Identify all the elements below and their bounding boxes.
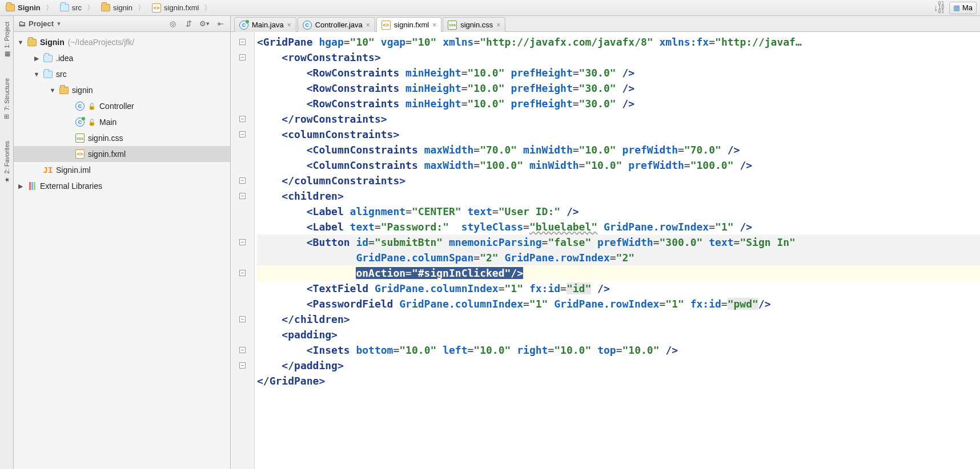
breadcrumb-label: signin [113,3,132,12]
tree-twisty[interactable]: ▶ [33,55,40,62]
window-switcher-button[interactable]: ▦ Ma [949,2,977,14]
close-icon[interactable]: × [366,21,370,29]
hide-panel-button[interactable]: ⇤ [214,18,227,30]
gear-button[interactable]: ⚙▾ [198,18,211,30]
tool-window-button[interactable]: ★2: Favorites [2,138,11,187]
tab-label: signin.css [460,21,493,29]
breadcrumb-item[interactable]: src [58,2,99,14]
breadcrumb-label: signin.fxml [164,3,199,12]
editor-tab[interactable]: CMain.java× [234,17,296,32]
close-icon[interactable]: × [496,21,500,29]
close-icon[interactable]: × [432,21,436,29]
left-tool-strip: ▦1: Project⊞7: Structure★2: Favorites [0,16,14,469]
tree-twisty[interactable]: ▼ [49,87,56,94]
fold-toggle[interactable]: − [239,54,246,60]
editor-area: CMain.java×CController.java×<>signin.fxm… [231,16,980,469]
project-tool-window: 🗂 Project ▼ ◎ ⇵ ⚙▾ ⇤ ▼Signin (~/IdeaProj… [14,16,231,469]
tree-label: .idea [56,54,73,63]
breadcrumb-item[interactable]: signin [99,2,150,14]
chevron-down-icon: ▼ [56,21,62,27]
project-tree[interactable]: ▼Signin (~/IdeaProjects/jfk/▶.idea▼src▼s… [14,32,230,469]
editor-tab[interactable]: CController.java× [298,17,375,32]
project-icon: 🗂 [17,19,26,29]
editor-gutter[interactable]: −−−−−−−−−−− [231,32,255,469]
fold-toggle[interactable]: − [239,362,246,369]
tab-label: signin.fxml [394,21,429,29]
breadcrumb: Signinsrcsignin<>signin.fxml↓011001▦ Ma [0,0,980,16]
tree-twisty[interactable]: ▶ [17,183,24,190]
fold-toggle[interactable]: − [239,193,246,199]
tree-hint: (~/IdeaProjects/jfk/ [68,38,134,47]
fold-toggle[interactable]: − [239,131,246,138]
tree-row[interactable]: ▼signin [14,82,230,98]
tree-label: signin [72,86,93,95]
tree-row[interactable]: ▶External Libraries [14,178,230,194]
tree-label: signin.fxml [88,149,126,159]
tree-label: External Libraries [40,181,102,191]
editor-tab[interactable]: csssignin.css× [443,17,505,32]
fold-toggle[interactable]: − [239,116,246,122]
fold-toggle[interactable]: − [239,316,246,322]
tree-label: src [56,70,67,79]
editor-tab[interactable]: <>signin.fxml× [376,17,441,32]
tab-label: Controller.java [315,21,363,29]
tree-row[interactable]: C🔓Main [14,114,230,130]
fold-toggle[interactable]: − [239,39,246,45]
fold-toggle[interactable]: − [239,347,246,353]
fold-toggle[interactable]: − [239,177,246,184]
tool-window-button[interactable]: ▦1: Project [2,18,11,61]
close-icon[interactable]: × [287,21,291,29]
collapse-all-button[interactable]: ⇵ [182,18,195,30]
breadcrumb-label: Signin [18,3,41,12]
tree-label: Main [99,118,117,127]
breadcrumb-label: src [72,3,82,12]
tree-label: signin.css [88,134,123,143]
tree-label: Signin [40,38,65,47]
project-panel-header: 🗂 Project ▼ ◎ ⇵ ⚙▾ ⇤ [14,16,230,32]
breadcrumb-item[interactable]: Signin [3,2,58,14]
tree-row[interactable]: <>signin.fxml [14,146,230,162]
tree-label: Signin.iml [56,165,91,175]
download-icon[interactable]: ↓011001 [933,2,945,14]
fold-toggle[interactable]: − [239,239,246,245]
tree-row[interactable]: JISignin.iml [14,162,230,178]
tab-label: Main.java [252,21,284,29]
project-panel-title[interactable]: 🗂 Project ▼ [17,19,62,29]
tree-twisty[interactable]: ▼ [33,71,40,78]
tree-row[interactable]: csssignin.css [14,130,230,146]
tree-row[interactable]: ▶.idea [14,50,230,66]
code-editor[interactable]: <GridPane hgap="10" vgap="10" xmlns="htt… [255,32,980,469]
scroll-to-source-button[interactable]: ◎ [166,18,179,30]
tree-label: Controller [99,102,134,111]
fold-toggle[interactable]: − [239,270,246,276]
tree-row[interactable]: ▼src [14,66,230,82]
tree-row[interactable]: C🔓Controller [14,98,230,114]
tree-twisty[interactable]: ▼ [17,39,24,46]
tree-row[interactable]: ▼Signin (~/IdeaProjects/jfk/ [14,34,230,50]
breadcrumb-item[interactable]: <>signin.fxml [150,2,216,14]
tool-window-button[interactable]: ⊞7: Structure [2,75,11,124]
editor-tabs-bar: CMain.java×CController.java×<>signin.fxm… [231,16,980,32]
